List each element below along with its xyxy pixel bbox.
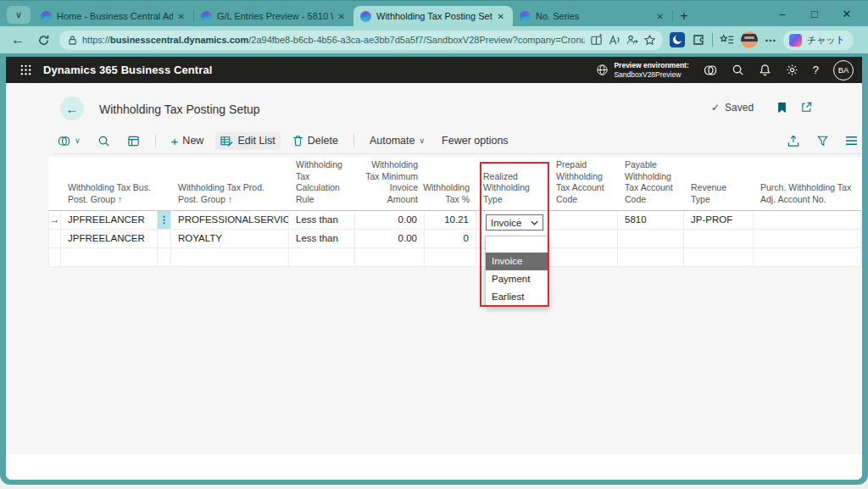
realized-withholding-type-select[interactable]: Invoice xyxy=(486,214,543,231)
cell-bus-post-group[interactable]: JPFREELANCER xyxy=(61,230,158,248)
search-list-button[interactable] xyxy=(92,132,115,150)
browser-essentials-icon[interactable] xyxy=(692,33,705,47)
new-tab-button[interactable]: + xyxy=(673,6,695,26)
cell-purch-adj-account[interactable] xyxy=(754,211,861,230)
table-header-row: Withholding Tax Bus. Post. Group ↑ Withh… xyxy=(48,157,861,211)
more-menu-icon[interactable]: ⋯ xyxy=(765,33,776,47)
copilot-menu-button[interactable]: ∨ xyxy=(53,132,86,150)
cell-min-invoice-amount[interactable]: 0.00 xyxy=(355,230,425,248)
cell-bus-post-group[interactable]: JPFREELANCER xyxy=(61,211,158,230)
back-button[interactable]: ← xyxy=(60,97,84,120)
row-options-cell[interactable] xyxy=(158,230,171,248)
copilot-icon[interactable] xyxy=(704,64,717,77)
copilot-chat-button[interactable]: チャット xyxy=(783,31,854,50)
col-calculation-rule[interactable]: Withholding Tax Calculation Rule xyxy=(289,157,355,211)
fewer-options-button[interactable]: Fewer options xyxy=(437,132,514,149)
dropdown-option-payment[interactable]: Payment xyxy=(486,270,548,288)
cell-payable-account[interactable] xyxy=(618,230,684,248)
maximize-button[interactable]: □ xyxy=(798,1,831,26)
cell-calculation-rule[interactable]: Less than xyxy=(289,211,355,230)
tab-no-series[interactable]: No. Series ✕ xyxy=(513,6,672,26)
tab-home-admin[interactable]: Home - Business Central Admin Ce ✕ xyxy=(34,6,193,26)
cell-prepaid-account[interactable] xyxy=(549,230,618,248)
cell-revenue-type[interactable] xyxy=(684,248,754,267)
cell-payable-account[interactable] xyxy=(618,248,684,267)
refresh-icon[interactable] xyxy=(34,31,53,49)
help-icon[interactable]: ? xyxy=(813,64,819,76)
environment-indicator[interactable]: Preview environment: SandboxV28Preview xyxy=(596,61,688,79)
edit-list-button[interactable]: Edit List xyxy=(215,132,280,150)
user-avatar[interactable]: BA xyxy=(833,60,854,81)
new-button[interactable]: + New xyxy=(166,131,209,151)
dropdown-option-invoice[interactable]: Invoice xyxy=(486,253,548,270)
check-icon: ✓ xyxy=(711,102,720,114)
cell-tax-percent[interactable] xyxy=(425,248,476,267)
extension-badge-icon[interactable] xyxy=(670,32,685,47)
tab-close-icon[interactable]: ✕ xyxy=(337,12,347,21)
ellipsis-vertical-icon[interactable]: ⋮ xyxy=(158,211,170,229)
profile-sync-icon[interactable] xyxy=(626,34,638,47)
cell-prepaid-account[interactable] xyxy=(549,211,618,230)
cell-min-invoice-amount[interactable]: 0.00 xyxy=(355,211,425,230)
filter-funnel-icon[interactable] xyxy=(816,135,829,147)
search-icon[interactable] xyxy=(732,64,744,76)
cell-prepaid-account[interactable] xyxy=(549,248,618,267)
bookmark-icon[interactable] xyxy=(777,102,787,114)
favorites-bar-icon[interactable] xyxy=(720,34,734,46)
cell-purch-adj-account[interactable] xyxy=(754,230,861,248)
cell-calculation-rule[interactable]: Less than xyxy=(289,230,355,248)
col-payable-account[interactable]: Payable Withholding Tax Account Code xyxy=(618,157,684,211)
cell-revenue-type[interactable]: JP-PROF xyxy=(684,211,754,230)
col-revenue-type[interactable]: Revenue Type xyxy=(684,157,754,211)
cell-min-invoice-amount[interactable] xyxy=(355,248,425,267)
row-options-cell[interactable]: ⋮ xyxy=(158,211,171,230)
share-icon[interactable] xyxy=(787,135,800,147)
cell-purch-adj-account[interactable] xyxy=(754,248,861,267)
cell-tax-percent[interactable]: 0 xyxy=(425,230,476,248)
cell-prod-post-group[interactable]: ROYALTY xyxy=(171,230,289,248)
delete-button[interactable]: Delete xyxy=(287,132,343,149)
tab-search-button[interactable]: ∨ xyxy=(7,6,31,24)
cell-calculation-rule[interactable] xyxy=(289,248,355,267)
open-in-app-button[interactable] xyxy=(122,132,145,150)
cell-prod-post-group[interactable] xyxy=(171,248,289,267)
col-tax-percent[interactable]: Withholding Tax % xyxy=(425,157,476,211)
cell-bus-post-group[interactable] xyxy=(61,248,158,267)
col-min-invoice-amount[interactable]: Withholding Tax Minimum Invoice Amount xyxy=(355,157,425,211)
tab-close-icon[interactable]: ✕ xyxy=(655,12,665,21)
cell-tax-percent[interactable]: 10.21 xyxy=(425,211,476,230)
cell-prod-post-group[interactable]: PROFESSIONALSERVICE xyxy=(171,211,289,230)
split-screen-icon[interactable] xyxy=(590,34,603,47)
notifications-bell-icon[interactable] xyxy=(759,64,771,76)
tab-title: Home - Business Central Admin Ce xyxy=(57,11,173,21)
app-launcher-waffle-icon[interactable] xyxy=(13,57,38,83)
tab-close-icon[interactable]: ✕ xyxy=(496,12,506,21)
favorites-star-icon[interactable] xyxy=(643,34,656,47)
tab-close-icon[interactable]: ✕ xyxy=(176,12,186,21)
minimize-button[interactable]: – xyxy=(766,1,798,26)
cell-payable-account[interactable]: 5810 xyxy=(618,211,684,230)
tab-withholding-setup[interactable]: Withholding Tax Posting Setup ✕ xyxy=(353,6,513,26)
col-bus-post-group[interactable]: Withholding Tax Bus. Post. Group ↑ xyxy=(61,157,158,211)
dropdown-option-earliest[interactable]: Earliest xyxy=(486,288,548,306)
browser-profile-avatar[interactable] xyxy=(741,31,758,48)
col-purch-adj-account[interactable]: Purch. Withholding Tax Adj. Account No. xyxy=(754,157,861,211)
url-field[interactable]: https://businesscentral.dynamics.com/2a9… xyxy=(59,31,663,50)
dropdown-option-blank[interactable] xyxy=(486,236,548,253)
tab-gl-entries[interactable]: G/L Entries Preview - 5810 Withhol ✕ xyxy=(194,6,353,26)
dynamics-favicon-icon xyxy=(41,11,52,22)
col-prod-post-group[interactable]: Withholding Tax Prod. Post. Group ↑ xyxy=(171,157,289,211)
cell-revenue-type[interactable] xyxy=(684,230,754,248)
app-title[interactable]: Dynamics 365 Business Central xyxy=(43,64,212,76)
automate-button[interactable]: Automate ∨ xyxy=(364,132,430,149)
settings-gear-icon[interactable] xyxy=(786,64,798,76)
browser-window: ∨ Home - Business Central Admin Ce ✕ G/L… xyxy=(0,0,868,485)
back-icon[interactable]: ← xyxy=(8,31,27,49)
col-realized-withholding-type[interactable]: Realized Withholding Type xyxy=(476,157,549,211)
read-aloud-icon[interactable] xyxy=(608,34,620,47)
col-prepaid-account[interactable]: Prepaid Withholding Tax Account Code xyxy=(549,157,618,211)
close-button[interactable]: ✕ xyxy=(831,1,863,26)
list-view-icon[interactable] xyxy=(845,136,858,147)
row-options-cell[interactable] xyxy=(158,248,171,267)
open-in-new-window-icon[interactable] xyxy=(800,101,813,114)
